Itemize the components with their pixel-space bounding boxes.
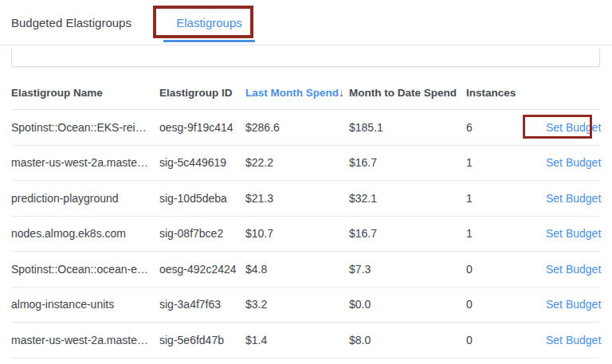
set-budget-link[interactable]: Set Budget	[546, 227, 601, 240]
instances-cell: 1	[466, 192, 546, 205]
instances-cell: 1	[466, 156, 546, 169]
last-month-spend-cell: $1.4	[245, 334, 349, 346]
set-budget-link[interactable]: Set Budget	[546, 298, 601, 311]
set-budget-link[interactable]: Set Budget	[546, 156, 601, 169]
set-budget-link[interactable]: Set Budget	[546, 334, 601, 346]
instances-cell: 0	[466, 298, 546, 311]
month-to-date-spend-cell: $0.0	[349, 298, 466, 311]
last-month-spend-cell: $21.3	[245, 192, 349, 205]
table-row: nodes.almog.ek8s.com sig-08f7bce2 $10.7 …	[11, 217, 600, 252]
set-budget-link[interactable]: Set Budget	[546, 121, 601, 134]
table-header-row: Elastigroup Name Elastigroup ID Last Mon…	[11, 76, 600, 110]
month-to-date-spend-cell: $185.1	[349, 121, 466, 134]
set-budget-link[interactable]: Set Budget	[546, 263, 601, 276]
last-month-spend-cell: $22.2	[245, 156, 349, 169]
table-body: Spotinst::Ocean::EKS-reinv… oesg-9f19c41…	[11, 110, 600, 358]
table-row: almog-instance-units sig-3a4f7f63 $3.2 $…	[11, 288, 600, 323]
instances-cell: 1	[466, 227, 546, 240]
sort-descending-icon[interactable]: ↓	[339, 86, 344, 99]
instances-cell: 0	[466, 334, 546, 346]
last-month-spend-cell: $4.8	[245, 263, 349, 276]
elastigroup-name-cell: Spotinst::Ocean::ocean-eks…	[11, 263, 159, 276]
elastigroup-name-cell: master-us-west-2a.masters…	[11, 334, 159, 346]
last-month-spend-cell: $3.2	[245, 298, 349, 311]
elastigroup-name-cell: almog-instance-units	[11, 298, 159, 311]
elastigroup-id-cell: oesg-9f19c414	[159, 121, 245, 134]
last-month-spend-cell: $10.7	[245, 227, 349, 240]
table-row: Spotinst::Ocean::EKS-reinv… oesg-9f19c41…	[11, 110, 600, 146]
elastigroup-id-cell: sig-10d5deba	[159, 192, 245, 205]
instances-cell: 6	[466, 121, 546, 134]
table-row: Spotinst::Ocean::ocean-eks… oesg-492c242…	[11, 252, 600, 288]
elastigroup-id-cell: oesg-492c2424	[159, 263, 245, 276]
tab-bar: Budgeted Elastigroups Elastigroups	[0, 0, 612, 45]
table-row: master-us-west-2a.masters… sig-5c449619 …	[11, 146, 600, 182]
column-header-month-to-date-spend[interactable]: Month to Date Spend	[349, 87, 466, 99]
tab-budgeted-elastigroups[interactable]: Budgeted Elastigroups	[11, 0, 131, 45]
elastigroup-name-cell: nodes.almog.ek8s.com	[11, 227, 159, 240]
month-to-date-spend-cell: $8.0	[349, 334, 466, 346]
elastigroup-id-cell: sig-08f7bce2	[159, 227, 245, 240]
set-budget-link[interactable]: Set Budget	[546, 192, 601, 205]
elastigroup-name-cell: prediction-playground	[11, 192, 159, 205]
elastigroup-name-cell: master-us-west-2a.masters…	[11, 156, 159, 169]
table-row: prediction-playground sig-10d5deba $21.3…	[11, 181, 600, 217]
column-header-label: Last Month Spend	[245, 87, 339, 99]
column-header-elastigroup-name[interactable]: Elastigroup Name	[11, 87, 159, 99]
elastigroup-id-cell: sig-5c449619	[159, 156, 245, 169]
table-row: master-us-west-2a.masters… sig-5e6fd47b …	[11, 323, 600, 358]
elastigroup-id-cell: sig-5e6fd47b	[159, 334, 245, 346]
month-to-date-spend-cell: $7.3	[349, 263, 466, 276]
last-month-spend-cell: $286.6	[245, 121, 349, 134]
month-to-date-spend-cell: $16.7	[349, 156, 466, 169]
elastigroup-id-cell: sig-3a4f7f63	[159, 298, 245, 311]
toolbar-panel	[11, 49, 600, 67]
column-header-last-month-spend[interactable]: Last Month Spend ↓	[245, 86, 349, 99]
column-header-instances[interactable]: Instances	[466, 87, 546, 99]
column-header-elastigroup-id[interactable]: Elastigroup ID	[159, 87, 245, 99]
month-to-date-spend-cell: $16.7	[349, 227, 466, 240]
tab-elastigroups[interactable]: Elastigroups	[163, 0, 255, 45]
elastigroups-table: Elastigroup Name Elastigroup ID Last Mon…	[11, 76, 600, 358]
month-to-date-spend-cell: $32.1	[349, 192, 466, 205]
instances-cell: 0	[466, 263, 546, 276]
elastigroup-name-cell: Spotinst::Ocean::EKS-reinv…	[11, 121, 159, 134]
